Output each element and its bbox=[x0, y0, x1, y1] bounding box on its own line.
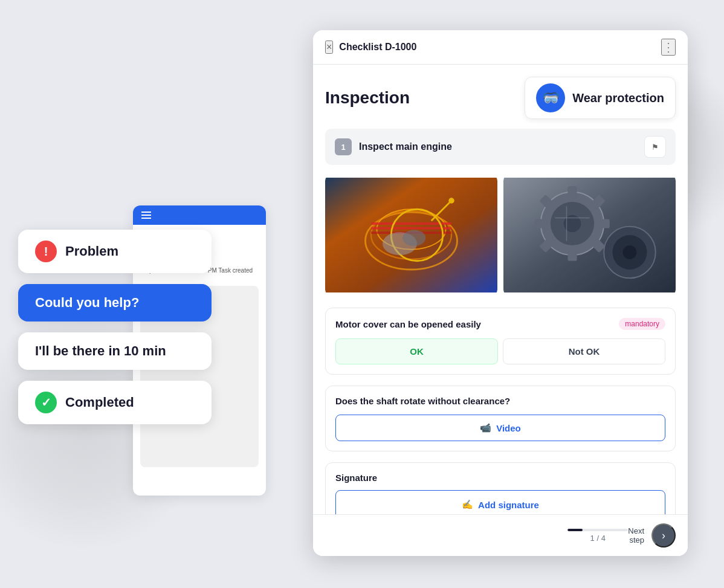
completed-icon: ✓ bbox=[35, 392, 57, 413]
signature-section: Signature ✍ Add signature bbox=[325, 462, 676, 514]
question-2-section: Does the shaft rotate without clearance?… bbox=[325, 386, 676, 451]
progress-section: 1 / 4 bbox=[567, 529, 628, 543]
flag-button[interactable]: ⚑ bbox=[644, 136, 666, 158]
next-step-line2: step bbox=[628, 535, 644, 544]
add-signature-button[interactable]: ✍ Add signature bbox=[335, 490, 665, 514]
images-row bbox=[325, 175, 676, 296]
mandatory-badge: mandatory bbox=[619, 318, 665, 330]
panel-footer: 1 / 4 Next step › bbox=[313, 514, 688, 556]
problem-icon: ! bbox=[35, 241, 57, 262]
svg-rect-28 bbox=[503, 178, 676, 292]
video-button[interactable]: 📹 Video bbox=[335, 415, 665, 441]
close-icon: × bbox=[326, 42, 332, 53]
next-step-line1: Next bbox=[628, 526, 644, 535]
completed-text: Completed bbox=[65, 395, 134, 410]
wear-protection-icon: 🥽 bbox=[536, 83, 565, 112]
next-step-section: Next step › bbox=[628, 523, 676, 548]
answer-buttons: OK Not OK bbox=[335, 338, 665, 364]
engine-coil-image bbox=[325, 175, 497, 296]
question-2-text: Does the shaft rotate without clearance? bbox=[335, 396, 510, 406]
inspection-header: Inspection 🥽 Wear protection bbox=[325, 65, 676, 129]
svg-point-10 bbox=[402, 230, 425, 246]
arrived-bubble: I'll be there in 10 min bbox=[18, 332, 212, 370]
completed-bubble: ✓ Completed bbox=[18, 381, 212, 424]
progress-text: 1 / 4 bbox=[590, 534, 606, 543]
step-title: Inspect main engine bbox=[359, 141, 452, 152]
video-label: Video bbox=[496, 423, 521, 433]
progress-bar bbox=[567, 529, 628, 531]
progress-fill bbox=[567, 529, 583, 531]
wear-protection-badge: 🥽 Wear protection bbox=[525, 77, 676, 119]
chat-bubbles-container: ! Problem Could you help? I'll be there … bbox=[18, 230, 212, 424]
scene: ! Problem Could you help? I'll be there … bbox=[0, 0, 724, 588]
more-icon: ⋮ bbox=[662, 40, 674, 54]
add-signature-label: Add signature bbox=[478, 500, 539, 510]
flag-icon: ⚑ bbox=[651, 143, 659, 152]
next-icon: › bbox=[662, 529, 665, 542]
step-left: 1 Inspect main engine bbox=[335, 138, 452, 155]
svg-point-8 bbox=[448, 198, 454, 204]
checklist-panel: × Checklist D-1000 ⋮ Inspection 🥽 Wear p… bbox=[313, 30, 688, 556]
question-1-header: Motor cover can be opened easily mandato… bbox=[335, 318, 665, 330]
question-1-section: Motor cover can be opened easily mandato… bbox=[325, 308, 676, 375]
arrived-text: I'll be there in 10 min bbox=[35, 343, 166, 359]
panel-title-row: × Checklist D-1000 bbox=[325, 40, 416, 54]
hamburger-icon bbox=[141, 212, 151, 219]
signature-label: Signature bbox=[335, 473, 665, 483]
panel-header: × Checklist D-1000 ⋮ bbox=[313, 30, 688, 65]
close-button[interactable]: × bbox=[325, 40, 333, 54]
inspection-title: Inspection bbox=[325, 88, 410, 108]
more-options-button[interactable]: ⋮ bbox=[661, 39, 676, 56]
question-2-header: Does the shaft rotate without clearance? bbox=[335, 396, 665, 406]
question-1-text: Motor cover can be opened easily bbox=[335, 319, 481, 329]
help-bubble: Could you help? bbox=[18, 284, 212, 321]
step-number: 1 bbox=[335, 138, 352, 155]
task-card-header bbox=[133, 205, 266, 225]
help-text: Could you help? bbox=[35, 295, 139, 311]
panel-body[interactable]: Inspection 🥽 Wear protection 1 Inspect m… bbox=[313, 65, 688, 514]
ok-button[interactable]: OK bbox=[335, 338, 498, 364]
signature-icon: ✍ bbox=[462, 499, 473, 510]
problem-bubble: ! Problem bbox=[18, 230, 212, 273]
wear-protection-text: Wear protection bbox=[572, 91, 664, 105]
engine-gear-image bbox=[503, 175, 676, 296]
video-icon: 📹 bbox=[480, 422, 491, 433]
panel-title: Checklist D-1000 bbox=[339, 42, 416, 53]
not-ok-button[interactable]: Not OK bbox=[503, 338, 665, 364]
next-step-button[interactable]: › bbox=[651, 523, 676, 548]
problem-text: Problem bbox=[65, 244, 118, 259]
step-row: 1 Inspect main engine ⚑ bbox=[325, 129, 676, 165]
